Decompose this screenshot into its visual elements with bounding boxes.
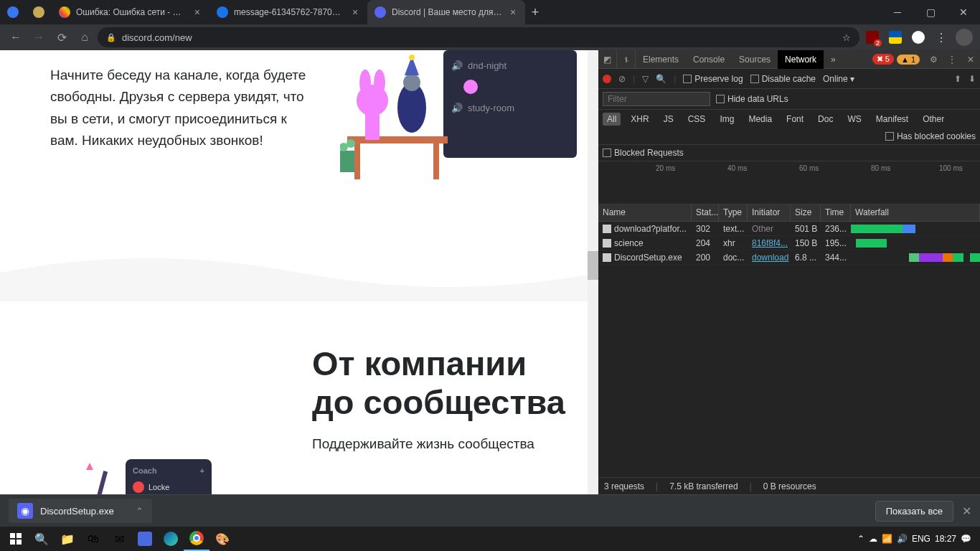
new-tab-button[interactable]: + bbox=[525, 2, 545, 22]
record-button[interactable] bbox=[603, 75, 611, 83]
download-bar: ◉ DiscordSetup.exe ⌃ Показать все ✕ bbox=[0, 494, 980, 527]
maximize-button[interactable]: ▢ bbox=[914, 0, 947, 24]
close-icon[interactable]: × bbox=[350, 6, 360, 18]
menu-button[interactable]: ⋮ bbox=[931, 27, 951, 47]
svg-point-10 bbox=[409, 55, 415, 60]
filter-ws[interactable]: WS bbox=[843, 113, 865, 126]
extension-1[interactable] bbox=[885, 27, 905, 47]
svg-rect-6 bbox=[365, 115, 380, 140]
tab-more[interactable]: » bbox=[824, 50, 843, 69]
filter-doc[interactable]: Doc bbox=[814, 113, 837, 126]
edge-icon[interactable] bbox=[158, 527, 184, 551]
filter-xhr[interactable]: XHR bbox=[626, 113, 653, 126]
back-button[interactable]: ← bbox=[6, 27, 26, 47]
home-button[interactable]: ⌂ bbox=[75, 27, 95, 47]
extension-2[interactable] bbox=[908, 27, 928, 47]
filter-icon[interactable]: ▽ bbox=[642, 74, 649, 84]
app-icon[interactable] bbox=[132, 527, 158, 551]
close-devtools[interactable]: ✕ bbox=[961, 50, 980, 69]
search-icon[interactable]: 🔍 bbox=[29, 527, 55, 551]
reload-button[interactable]: ⟳ bbox=[52, 27, 72, 47]
tab-elements[interactable]: Elements bbox=[636, 50, 686, 69]
inspect-icon[interactable]: ◩ bbox=[598, 50, 617, 69]
filter-input[interactable] bbox=[603, 92, 710, 106]
tab-1[interactable] bbox=[26, 0, 52, 24]
filter-media[interactable]: Media bbox=[744, 113, 776, 126]
close-button[interactable]: ✕ bbox=[947, 0, 980, 24]
gear-icon[interactable]: ⚙ bbox=[924, 50, 943, 69]
svg-rect-23 bbox=[10, 540, 15, 545]
filter-css[interactable]: CSS bbox=[684, 113, 710, 126]
roles-card: Coach+ Locke Phibi Student Lead Graggle bbox=[126, 459, 212, 494]
chrome-icon[interactable] bbox=[184, 527, 209, 551]
tab-console[interactable]: Console bbox=[686, 50, 732, 69]
blocked-requests-checkbox[interactable]: Blocked Requests bbox=[603, 148, 684, 158]
network-table-header: Name Stat... Type Initiator Size Time Wa… bbox=[598, 204, 980, 222]
svg-rect-22 bbox=[17, 533, 22, 538]
notifications-icon[interactable]: 💬 bbox=[961, 534, 971, 544]
tab-0[interactable] bbox=[0, 0, 26, 24]
tab-network[interactable]: Network bbox=[778, 50, 824, 69]
close-downloadbar[interactable]: ✕ bbox=[962, 504, 971, 518]
language-indicator[interactable]: ENG bbox=[912, 534, 930, 544]
svg-point-4 bbox=[359, 70, 371, 95]
network-timeline[interactable]: 20 ms 40 ms 60 ms 80 ms 100 ms bbox=[598, 161, 980, 204]
table-row[interactable]: download?platfor...302text...Other501 B2… bbox=[598, 222, 980, 236]
chevron-up-icon[interactable]: ⌃ bbox=[136, 506, 143, 517]
download-item[interactable]: ◉ DiscordSetup.exe ⌃ bbox=[9, 499, 152, 523]
scrollbar[interactable] bbox=[588, 50, 598, 494]
tray-chevron[interactable]: ⌃ bbox=[857, 534, 864, 544]
extension-ublock[interactable]: 2 bbox=[862, 27, 882, 47]
minimize-button[interactable]: ─ bbox=[881, 0, 914, 24]
plus-icon: + bbox=[200, 466, 204, 475]
store-icon[interactable]: 🛍 bbox=[80, 527, 106, 551]
kebab-icon[interactable]: ⋮ bbox=[943, 50, 961, 69]
paint-icon[interactable]: 🎨 bbox=[209, 527, 235, 551]
preserve-log-checkbox[interactable]: Preserve log bbox=[683, 74, 743, 84]
bookmark-icon[interactable]: ☆ bbox=[842, 32, 851, 43]
onedrive-icon[interactable]: ☁ bbox=[869, 534, 877, 544]
scrollbar-thumb[interactable] bbox=[588, 251, 598, 280]
tab-4[interactable]: Discord | Ваше место для общен× bbox=[367, 0, 525, 24]
hide-urls-checkbox[interactable]: Hide data URLs bbox=[716, 94, 788, 104]
explorer-icon[interactable]: 📁 bbox=[55, 527, 80, 551]
search-icon[interactable]: 🔍 bbox=[656, 74, 666, 84]
filter-js[interactable]: JS bbox=[659, 113, 678, 126]
url-field[interactable]: 🔒 discord.com/new ☆ bbox=[98, 27, 859, 47]
throttle-select[interactable]: Online ▾ bbox=[823, 74, 854, 84]
blocked-cookies-checkbox[interactable]: Has blocked cookies bbox=[885, 131, 976, 141]
table-row[interactable]: DiscordSetup.exe200doc...download6.8 ...… bbox=[598, 250, 980, 265]
page-content: Начните беседу на канале, когда будете с… bbox=[0, 50, 598, 494]
lock-icon: 🔒 bbox=[106, 33, 116, 42]
clock[interactable]: 18:27 bbox=[935, 534, 956, 544]
tab-3[interactable]: message-61345762-7870257293× bbox=[209, 0, 367, 24]
svg-rect-1 bbox=[354, 143, 360, 179]
table-row[interactable]: science204xhr816f8f4...150 B195... bbox=[598, 236, 980, 250]
show-all-button[interactable]: Показать все bbox=[875, 501, 953, 522]
tab-sources[interactable]: Sources bbox=[732, 50, 778, 69]
download-icon[interactable]: ⬇ bbox=[969, 74, 976, 84]
wifi-icon[interactable]: 📶 bbox=[882, 534, 892, 544]
error-badge[interactable]: ✖ 5 bbox=[872, 54, 894, 65]
filter-all[interactable]: All bbox=[603, 113, 621, 126]
filter-manifest[interactable]: Manifest bbox=[872, 113, 913, 126]
forward-button[interactable]: → bbox=[29, 27, 49, 47]
volume-icon[interactable]: 🔊 bbox=[897, 534, 908, 544]
clear-icon[interactable]: ⊘ bbox=[618, 74, 626, 84]
close-icon[interactable]: × bbox=[508, 6, 518, 18]
devtools-panel: ◩ ⫮ Elements Console Sources Network » ✖… bbox=[598, 50, 980, 494]
filter-font[interactable]: Font bbox=[782, 113, 808, 126]
wand-illustration bbox=[68, 456, 118, 494]
tab-2[interactable]: Ошибка: Ошибка сети - Google× bbox=[52, 0, 209, 24]
device-icon[interactable]: ⫮ bbox=[617, 50, 636, 69]
upload-icon[interactable]: ⬆ bbox=[954, 74, 961, 84]
disable-cache-checkbox[interactable]: Disable cache bbox=[750, 74, 816, 84]
filter-img[interactable]: Img bbox=[715, 113, 738, 126]
filter-other[interactable]: Other bbox=[918, 113, 948, 126]
profile-avatar[interactable] bbox=[954, 27, 974, 47]
close-icon[interactable]: × bbox=[192, 6, 202, 18]
mail-icon[interactable]: ✉ bbox=[106, 527, 132, 551]
warning-badge[interactable]: ▲ 1 bbox=[897, 55, 920, 65]
start-button[interactable] bbox=[3, 527, 29, 551]
section-paragraph: Поддерживайте жизнь сообщества bbox=[312, 436, 570, 452]
